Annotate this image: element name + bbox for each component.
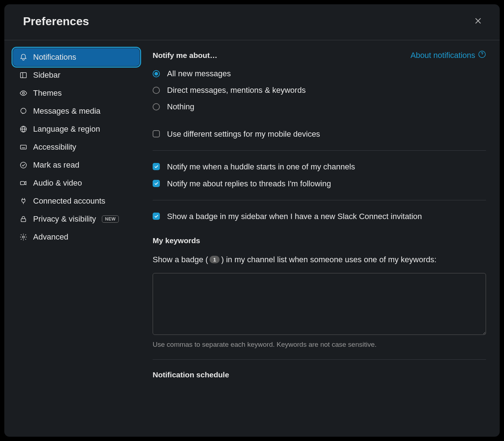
sidebar-item-label: Mark as read <box>33 160 79 170</box>
sidebar-item-label: Notifications <box>33 53 76 62</box>
svg-rect-4 <box>21 145 27 149</box>
radio-indicator <box>153 70 160 77</box>
sidebar-item-label: Themes <box>33 88 62 98</box>
sidebar-item-label: Language & region <box>33 124 100 134</box>
radio-nothing[interactable]: Nothing <box>153 102 486 112</box>
close-button[interactable] <box>472 14 485 28</box>
radio-indicator <box>153 87 160 94</box>
sidebar-item-language-region[interactable]: Language & region <box>13 120 140 138</box>
divider <box>153 150 486 151</box>
svg-point-1 <box>22 92 24 94</box>
badge-count-pill: 1 <box>210 256 220 263</box>
sidebar-item-label: Messages & media <box>33 106 100 116</box>
checkbox-indicator <box>153 163 160 170</box>
speech-bubble-icon <box>19 107 27 115</box>
checkbox-mobile-settings[interactable]: Use different settings for my mobile dev… <box>153 129 486 140</box>
schedule-title: Notification schedule <box>153 370 486 379</box>
lock-icon <box>19 215 27 223</box>
sidebar-item-label: Sidebar <box>33 71 60 80</box>
preferences-modal: Preferences Notifications Sidebar <box>4 4 500 437</box>
radio-indicator <box>153 103 160 110</box>
svg-rect-7 <box>21 219 26 222</box>
sidebar-item-label: Accessibility <box>33 142 76 152</box>
svg-point-8 <box>22 236 24 238</box>
checkbox-label: Notify me when a huddle starts in one of… <box>167 162 355 172</box>
radio-label: Nothing <box>167 102 194 112</box>
svg-rect-6 <box>21 181 24 185</box>
divider <box>153 200 486 200</box>
modal-header: Preferences <box>4 4 500 40</box>
preferences-content: Notify me about… About notifications All… <box>148 40 500 437</box>
checkbox-indicator <box>153 130 160 137</box>
keywords-description: Show a badge ( 1 ) in my channel list wh… <box>153 255 486 264</box>
about-notifications-label: About notifications <box>410 51 475 60</box>
about-notifications-link[interactable]: About notifications <box>410 50 486 60</box>
sidebar-item-label: Advanced <box>33 232 68 242</box>
sidebar-item-notifications[interactable]: Notifications <box>13 48 140 66</box>
keywords-title: My keywords <box>153 236 486 245</box>
svg-point-5 <box>21 162 27 168</box>
modal-body: Notifications Sidebar Themes Messages & … <box>4 40 500 437</box>
plug-icon <box>19 197 27 205</box>
keywords-desc-prefix: Show a badge ( <box>153 255 208 264</box>
sidebar-item-mark-as-read[interactable]: Mark as read <box>13 156 140 174</box>
notify-radio-group: All new messages Direct messages, mentio… <box>153 69 486 112</box>
checkbox-slack-connect-badge[interactable]: Show a badge in my sidebar when I have a… <box>153 211 486 222</box>
keywords-textarea[interactable] <box>153 273 486 335</box>
keyboard-icon <box>19 143 27 151</box>
new-badge: NEW <box>102 215 119 223</box>
sidebar-item-advanced[interactable]: Advanced <box>13 228 140 246</box>
radio-label: Direct messages, mentions & keywords <box>167 86 306 95</box>
sidebar-item-label: Connected accounts <box>33 196 105 206</box>
keywords-desc-suffix: ) in my channel list when someone uses o… <box>221 255 436 264</box>
sidebar-item-sidebar[interactable]: Sidebar <box>13 66 140 84</box>
sidebar-item-privacy-visibility[interactable]: Privacy & visibility NEW <box>13 210 140 228</box>
sidebar-item-connected-accounts[interactable]: Connected accounts <box>13 192 140 210</box>
sidebar-item-messages-media[interactable]: Messages & media <box>13 102 140 120</box>
radio-all-new-messages[interactable]: All new messages <box>153 69 486 78</box>
svg-rect-0 <box>21 73 27 78</box>
divider <box>153 359 486 360</box>
checkbox-thread-replies[interactable]: Notify me about replies to threads I'm f… <box>153 178 486 189</box>
sidebar-item-themes[interactable]: Themes <box>13 84 140 102</box>
notify-section-title: Notify me about… <box>153 51 217 60</box>
bell-icon <box>19 53 27 61</box>
checkbox-label: Use different settings for my mobile dev… <box>167 129 320 140</box>
video-icon <box>19 179 27 187</box>
section-header: Notify me about… About notifications <box>153 50 486 60</box>
checkbox-indicator <box>153 213 160 220</box>
eye-icon <box>19 89 27 97</box>
keywords-hint: Use commas to separate each keyword. Key… <box>153 341 486 349</box>
globe-icon <box>19 125 27 133</box>
close-icon <box>474 17 482 26</box>
preferences-sidebar: Notifications Sidebar Themes Messages & … <box>4 40 148 437</box>
radio-direct-mentions-keywords[interactable]: Direct messages, mentions & keywords <box>153 86 486 95</box>
checkbox-huddle-start[interactable]: Notify me when a huddle starts in one of… <box>153 162 486 172</box>
checkbox-label: Show a badge in my sidebar when I have a… <box>167 211 422 222</box>
checkbox-label: Notify me about replies to threads I'm f… <box>167 178 331 189</box>
radio-label: All new messages <box>167 69 231 78</box>
svg-point-2 <box>21 108 26 114</box>
checkmark-circle-icon <box>19 161 27 169</box>
checkbox-indicator <box>153 180 160 187</box>
modal-title: Preferences <box>23 15 89 28</box>
schedule-section: Notification schedule <box>153 370 486 379</box>
sidebar-item-audio-video[interactable]: Audio & video <box>13 174 140 192</box>
sidebar-panel-icon <box>19 71 27 79</box>
sidebar-item-label: Privacy & visibility <box>33 214 96 224</box>
keywords-section: My keywords Show a badge ( 1 ) in my cha… <box>153 236 486 349</box>
sidebar-item-accessibility[interactable]: Accessibility <box>13 138 140 156</box>
help-icon <box>478 50 486 60</box>
gear-icon <box>19 233 27 241</box>
sidebar-item-label: Audio & video <box>33 178 82 188</box>
